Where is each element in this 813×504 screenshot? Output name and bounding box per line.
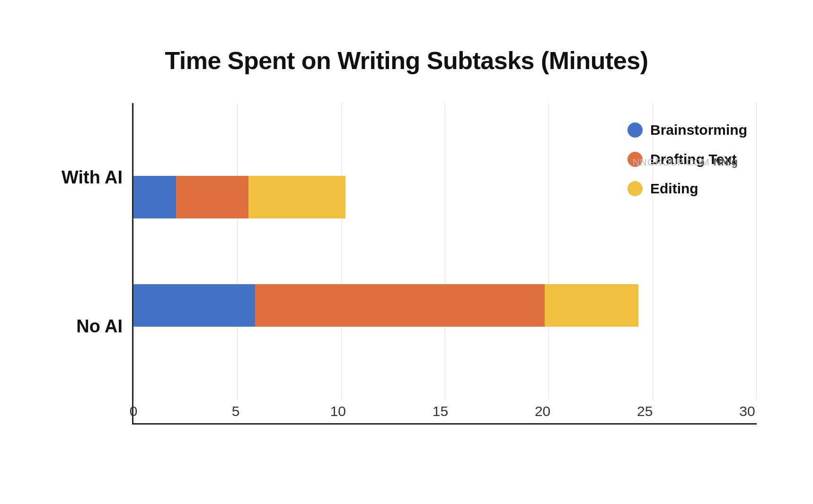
- nngroup-credit: NNGROUP.COM NN/g: [633, 156, 738, 168]
- chart-container: Time Spent on Writing Subtasks (Minutes)…: [28, 27, 785, 477]
- chart-plot: 0 5 10 15 20 25 30 Brainstorming Draftin…: [132, 103, 757, 425]
- legend-label-editing: Editing: [650, 181, 698, 197]
- bar-segment-editing: [545, 284, 638, 327]
- bar-segment-brainstorming: [133, 284, 255, 327]
- legend-item-brainstorming: Brainstorming: [627, 122, 747, 138]
- bar-segment-editing: [248, 176, 345, 218]
- bar-group-no-ai: [133, 277, 757, 334]
- y-label-no-ai: No AI: [56, 316, 123, 337]
- y-label-with-ai: With AI: [56, 167, 123, 188]
- legend-dot-editing: [627, 181, 643, 196]
- x-label-25: 25: [636, 403, 654, 419]
- x-axis: 0 5 10 15 20 25 30: [133, 400, 757, 423]
- legend-item-editing: Editing: [627, 181, 747, 197]
- x-label-15: 15: [431, 403, 450, 419]
- bar-segment-brainstorming: [133, 176, 176, 218]
- nngroup-logo: NN/g: [714, 156, 738, 168]
- bar-track-with-ai: [133, 176, 497, 218]
- bar-track-no-ai: [133, 284, 694, 327]
- chart-area: With AI No AI: [56, 103, 757, 425]
- x-label-0: 0: [124, 403, 143, 419]
- bar-segment-drafting: [255, 284, 545, 327]
- legend-label-brainstorming: Brainstorming: [650, 122, 747, 138]
- x-label-5: 5: [226, 403, 245, 419]
- bar-segment-drafting: [176, 176, 249, 218]
- legend: Brainstorming Drafting Text Editing NNGR…: [627, 122, 747, 197]
- y-axis-labels: With AI No AI: [56, 103, 132, 425]
- chart-title: Time Spent on Writing Subtasks (Minutes): [56, 46, 757, 75]
- x-label-30: 30: [738, 403, 757, 419]
- legend-dot-brainstorming: [627, 122, 643, 138]
- nngroup-site: NNGROUP.COM: [633, 157, 710, 168]
- x-label-20: 20: [533, 403, 552, 419]
- x-label-10: 10: [328, 403, 347, 419]
